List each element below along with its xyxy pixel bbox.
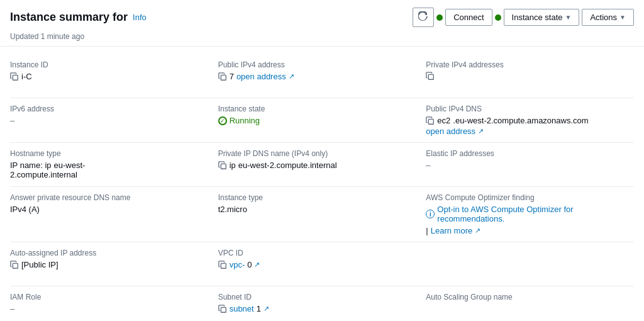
open-address-link[interactable]: open address <box>236 72 286 81</box>
public-dns-text: ec2 <box>437 116 450 125</box>
header-top: Instance summary for Info Connect Instan… <box>10 8 634 27</box>
external-link-icon: ↗ <box>289 72 294 81</box>
connect-label: Connect <box>453 13 484 22</box>
info-link[interactable]: Info <box>133 13 147 22</box>
learn-more-row: | Learn more ↗ <box>426 226 626 235</box>
auto-assigned-field: Auto-assigned IP address [Public IP] <box>10 242 218 286</box>
public-dns-field: Public IPv4 DNS ec2 .eu-west-2.compute.a… <box>426 98 634 143</box>
iam-role-field: IAM Role – <box>10 286 218 321</box>
vpc-id-value: vpc- 0 ↗ <box>218 260 419 269</box>
instance-id-text: i-C <box>21 72 32 81</box>
elastic-ip-label: Elastic IP addresses <box>426 149 626 158</box>
hostname-type-text2: eu-west- <box>54 160 86 170</box>
external-link-icon-5: ↗ <box>264 305 269 313</box>
public-dns-label: Public IPv4 DNS <box>426 104 626 113</box>
copy-icon[interactable] <box>10 72 19 81</box>
copy-icon-2[interactable] <box>218 72 227 81</box>
learn-more-link[interactable]: Learn more <box>431 226 472 235</box>
answer-private-value: IPv4 (A) <box>10 205 211 214</box>
auto-assigned-text: [Public IP] <box>21 260 58 269</box>
copy-icon-5[interactable] <box>218 161 227 170</box>
compute-optimizer-field: AWS Compute Optimizer finding i Opt-in t… <box>426 187 634 242</box>
status-dot-2 <box>495 14 501 21</box>
instance-id-value: i-C <box>10 72 211 81</box>
content: Instance ID i-C Public IPv4 address 7 op… <box>0 47 644 321</box>
info-icon: i <box>426 210 435 218</box>
auto-scaling-label: Auto Scaling Group name <box>426 293 626 301</box>
instance-state-value: ✓ Running <box>218 116 419 125</box>
answer-private-field: Answer private resource DNS name IPv4 (A… <box>10 187 218 242</box>
elastic-ip-field: Elastic IP addresses – <box>426 143 634 187</box>
open-address-link-2[interactable]: open address <box>426 127 475 136</box>
updated-text: Updated 1 minute ago <box>10 32 634 41</box>
hostname-type-label: Hostname type <box>10 149 211 158</box>
private-ipv4-label: Private IPv4 addresses <box>426 60 626 69</box>
ipv6-label: IPv6 address <box>10 104 211 113</box>
status-dot <box>436 14 443 21</box>
private-ipv4-value <box>426 72 626 81</box>
header: Instance summary for Info Connect Instan… <box>0 0 644 47</box>
public-dns-text2: .eu-west-2.compute.amazonaws.com <box>453 116 588 125</box>
subnet-id-value: subnet 1 ↗ <box>218 304 419 313</box>
separator: | <box>426 226 428 235</box>
public-ipv4-number: 7 <box>230 72 234 81</box>
auto-scaling-field: Auto Scaling Group name <box>426 286 634 321</box>
elastic-ip-value: – <box>426 160 626 170</box>
chevron-down-icon-2: ▼ <box>619 14 626 21</box>
svg-rect-5 <box>13 263 18 268</box>
copy-icon-6[interactable] <box>10 261 19 269</box>
instance-state-label-field: Instance state <box>218 104 419 113</box>
empty-field <box>426 242 634 286</box>
subnet-id-field: Subnet ID subnet 1 ↗ <box>218 286 426 321</box>
ipv6-field: IPv6 address – <box>10 98 218 143</box>
private-ip-dns-value: ip eu-west-2.compute.internal <box>218 160 419 170</box>
svg-rect-7 <box>221 307 226 312</box>
iam-role-value: – <box>10 304 211 313</box>
opt-in-link[interactable]: Opt-in to AWS Compute Optimizer for reco… <box>437 205 613 223</box>
instance-id-field: Instance ID i-C <box>10 54 218 98</box>
compute-optimizer-value: i Opt-in to AWS Compute Optimizer for re… <box>426 205 626 223</box>
private-ipv4-field: Private IPv4 addresses <box>426 54 634 98</box>
title-area: Instance summary for Info <box>10 11 147 24</box>
instance-type-value: t2.micro <box>218 205 419 214</box>
svg-rect-1 <box>221 75 226 80</box>
copy-icon-4[interactable] <box>426 116 435 125</box>
hostname-type-text: IP name: ip <box>10 160 52 170</box>
instance-type-field: Instance type t2.micro <box>218 187 426 242</box>
public-dns-link-row: open address ↗ <box>426 127 626 136</box>
public-ipv4-label: Public IPv4 address <box>218 60 419 69</box>
iam-role-label: IAM Role <box>10 293 211 301</box>
svg-rect-2 <box>429 74 434 79</box>
subnet-link[interactable]: subnet <box>230 304 254 313</box>
svg-rect-3 <box>429 119 434 124</box>
instance-id-label: Instance ID <box>10 60 211 69</box>
check-circle-icon: ✓ <box>218 116 227 125</box>
vpc-count: 0 <box>247 260 252 269</box>
chevron-down-icon: ▼ <box>565 14 572 21</box>
refresh-button[interactable] <box>413 8 434 27</box>
actions-button[interactable]: Actions ▼ <box>582 9 634 26</box>
copy-icon-3[interactable] <box>426 72 435 81</box>
instance-state-button[interactable]: Instance state ▼ <box>504 9 580 26</box>
running-text: Running <box>230 116 260 125</box>
public-dns-value: ec2 .eu-west-2.compute.amazonaws.com <box>426 116 626 125</box>
subnet-id-label: Subnet ID <box>218 293 419 301</box>
connect-button[interactable]: Connect <box>445 9 492 26</box>
public-ipv4-field: Public IPv4 address 7 open address ↗ <box>218 54 426 98</box>
refresh-icon <box>418 11 428 21</box>
public-ipv4-value: 7 open address ↗ <box>218 72 419 81</box>
hostname-type-value: IP name: ip eu-west- <box>10 160 211 170</box>
vpc-id-field: VPC ID vpc- 0 ↗ <box>218 242 426 286</box>
hostname-type-field: Hostname type IP name: ip eu-west- 2.com… <box>10 143 218 187</box>
vpc-link[interactable]: vpc- <box>230 260 245 269</box>
copy-icon-7[interactable] <box>218 261 227 269</box>
external-link-icon-4: ↗ <box>254 261 260 269</box>
auto-assigned-label: Auto-assigned IP address <box>10 249 211 257</box>
private-ip-dns-text: eu-west-2.compute.internal <box>238 160 337 170</box>
copy-icon-8[interactable] <box>218 305 227 313</box>
external-link-icon-2: ↗ <box>478 127 484 135</box>
instance-type-label: Instance type <box>218 193 419 202</box>
instance-state-field: Instance state ✓ Running <box>218 98 426 143</box>
private-ip-dns-field: Private IP DNS name (IPv4 only) ip eu-we… <box>218 143 426 187</box>
hostname-type-text3-row: 2.compute.internal <box>10 170 211 179</box>
